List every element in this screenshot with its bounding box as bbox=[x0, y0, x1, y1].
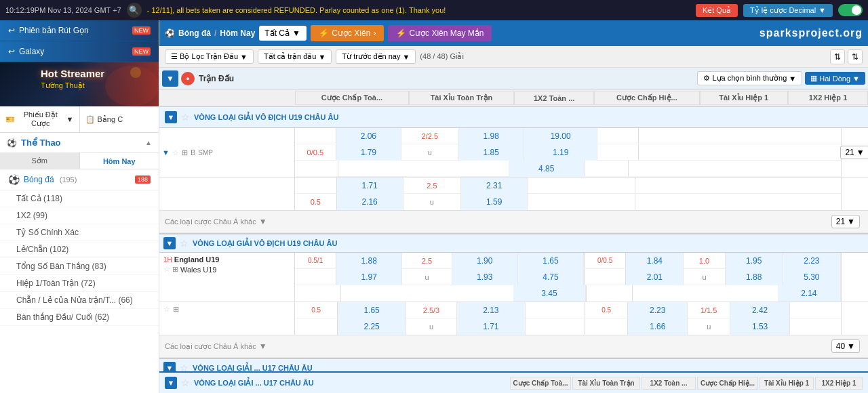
hot-streamer-banner[interactable]: Hot Streamer Tường Thuật bbox=[0, 62, 159, 106]
row-num-40[interactable]: 40 ▼ bbox=[831, 339, 860, 353]
odds-2-16[interactable]: 2.16 bbox=[337, 194, 403, 210]
odds-2-23b[interactable]: 2.23 bbox=[628, 302, 688, 318]
cac-loai-row-2[interactable]: Các loại cược Châu Á khác ▼ 40 ▼ bbox=[159, 335, 868, 358]
star-match2-icon[interactable]: ☆ bbox=[163, 265, 170, 274]
expand-all-button[interactable]: ▼ bbox=[162, 70, 178, 87]
odds-4-75[interactable]: 4.75 bbox=[518, 269, 584, 285]
odds-handicap-225[interactable]: 2/2.5 bbox=[401, 128, 459, 144]
v-214[interactable]: 2.14 bbox=[797, 287, 821, 299]
competition-row-3[interactable]: ▼ ☆ VÒNG LOẠI GIẢI ... U17 CHÂU ÂU bbox=[159, 358, 868, 371]
homnay-tab[interactable]: Hôm Nay bbox=[80, 153, 159, 169]
toggle-switch[interactable] bbox=[838, 4, 863, 16]
star-match-icon[interactable]: ☆ bbox=[172, 148, 179, 157]
stats2-icon[interactable]: ⊞ bbox=[172, 265, 178, 274]
v-166[interactable]: 1.66 bbox=[646, 320, 669, 333]
tu-truoc-den-nay-button[interactable]: Từ trước đến nay ▼ bbox=[336, 49, 416, 64]
competition-expand-3[interactable]: ▼ bbox=[163, 362, 176, 371]
odds-val-1900[interactable]: 19.00 bbox=[547, 130, 575, 142]
v-190[interactable]: 1.90 bbox=[473, 255, 496, 267]
hai-dong-button[interactable]: ▦ Hai Dòng ▼ bbox=[805, 72, 865, 85]
odds-1-95[interactable]: 1.95 bbox=[726, 253, 783, 269]
odds-1-65b[interactable]: 1.65 bbox=[338, 302, 406, 318]
odds-5-30[interactable]: 5.30 bbox=[783, 269, 841, 285]
odds-2-31[interactable]: 2.31 bbox=[461, 178, 528, 194]
tysochinh-subitem[interactable]: Tỷ Số Chính Xác bbox=[0, 224, 159, 241]
odds-1-65[interactable]: 1.65 bbox=[518, 253, 584, 269]
star-icon-1[interactable]: ☆ bbox=[181, 112, 190, 123]
lechan-subitem[interactable]: Lẻ/Chẵn (102) bbox=[0, 241, 159, 258]
star-bottom-icon[interactable]: ☆ bbox=[181, 377, 190, 388]
competition-expand-1[interactable]: ▼ bbox=[165, 111, 177, 123]
odds-1-88[interactable]: 1.88 bbox=[336, 253, 402, 269]
odds-val-171[interactable]: 1.71 bbox=[357, 180, 381, 192]
row-num-21[interactable]: 21 ▼ bbox=[831, 215, 860, 228]
v-242[interactable]: 2.42 bbox=[748, 304, 772, 316]
odds-1-88b[interactable]: 1.88 bbox=[726, 269, 783, 285]
lua-chon-button[interactable]: ⚙ Lựa chọn bình thường ▼ bbox=[697, 71, 802, 85]
v-188[interactable]: 1.88 bbox=[357, 255, 381, 267]
odds-1-85[interactable]: 1.85 bbox=[459, 144, 524, 161]
tatca-subitem[interactable]: Tất Cả (118) bbox=[0, 190, 159, 207]
odds-val-159[interactable]: 1.59 bbox=[482, 196, 506, 208]
cuoc-xien-mayman-button[interactable]: ⚡ Cược Xiên May Mắn bbox=[388, 25, 492, 41]
odds-1-79[interactable]: 1.79 bbox=[336, 144, 401, 161]
v-225[interactable]: 2.25 bbox=[359, 320, 383, 333]
odds-19-00[interactable]: 19.00 bbox=[524, 128, 597, 144]
row-num-21-box[interactable]: 21 ▼ bbox=[829, 213, 863, 230]
tongso-subitem[interactable]: Tổng Số Bàn Thắng (83) bbox=[0, 258, 159, 275]
competition-row-1[interactable]: ▼ ☆ VÒNG LOẠI GIẢI VÔ ĐỊCH U19 CHÂU ÂU bbox=[159, 107, 868, 128]
odds-1-84[interactable]: 1.84 bbox=[626, 253, 684, 269]
row-num-box-1[interactable]: 21 ▼ bbox=[840, 146, 868, 159]
som-tab[interactable]: Sớm bbox=[0, 153, 80, 169]
v-193[interactable]: 1.93 bbox=[473, 271, 496, 283]
tyle-button[interactable]: Tỷ lệ cược Decimal ▼ bbox=[743, 4, 833, 17]
v-475[interactable]: 4.75 bbox=[538, 271, 562, 283]
odds-1-66[interactable]: 1.66 bbox=[628, 318, 688, 335]
chanle-subitem[interactable]: Chẵn / Lẻ của Nửa trận/T... (66) bbox=[0, 292, 159, 309]
v-184[interactable]: 1.84 bbox=[643, 255, 667, 267]
phieu-dat-cuoc-button[interactable]: 🎫 Phiếu Đặt Cược ▼ bbox=[0, 106, 80, 132]
odds-3-45[interactable]: 3.45 bbox=[513, 285, 586, 302]
odds-1-59[interactable]: 1.59 bbox=[461, 194, 528, 210]
bongda-item[interactable]: ⚽ Bóng đá (195) 188 bbox=[0, 169, 159, 190]
odds-val-216[interactable]: 2.16 bbox=[357, 196, 381, 208]
odds-1-71[interactable]: 1.71 bbox=[337, 178, 403, 194]
tat-ca-tran-dau-button[interactable]: Tất cả trận đấu ▼ bbox=[258, 49, 332, 64]
bet-icon[interactable]: B bbox=[191, 148, 195, 157]
odds-2-06[interactable]: 2.06 bbox=[336, 128, 401, 144]
odds-4-85[interactable]: 4.85 bbox=[509, 161, 585, 177]
odds-2-23[interactable]: 2.23 bbox=[783, 253, 841, 269]
odds-1-93[interactable]: 1.93 bbox=[452, 269, 518, 285]
stats-icon[interactable]: ⊞ bbox=[182, 148, 188, 157]
grid3-icon[interactable]: ⊞ bbox=[173, 305, 179, 314]
odds-2-01[interactable]: 2.01 bbox=[626, 269, 684, 285]
v-197[interactable]: 1.97 bbox=[357, 271, 381, 283]
odds-val-198[interactable]: 1.98 bbox=[479, 130, 503, 142]
odds-1-98[interactable]: 1.98 bbox=[459, 128, 524, 144]
expand-match-icon[interactable]: ▼ bbox=[162, 148, 170, 157]
competition-expand-2[interactable]: ▼ bbox=[163, 237, 176, 249]
odds-val-119[interactable]: 1.19 bbox=[549, 146, 572, 159]
the-thao-header[interactable]: ⚽ Thể Thao ▲ bbox=[0, 133, 159, 153]
v-223[interactable]: 2.23 bbox=[800, 255, 823, 267]
odds-val-231[interactable]: 2.31 bbox=[482, 180, 506, 192]
odds-2-42[interactable]: 2.42 bbox=[730, 302, 790, 318]
v-345[interactable]: 3.45 bbox=[537, 287, 561, 299]
odds-2-14[interactable]: 2.14 bbox=[778, 285, 841, 302]
v-223b[interactable]: 2.23 bbox=[646, 304, 669, 316]
v-201[interactable]: 2.01 bbox=[643, 271, 667, 283]
odds-1-71b[interactable]: 1.71 bbox=[457, 318, 525, 335]
odds-2-25[interactable]: 2.25 bbox=[338, 318, 406, 335]
hiep1-subitem[interactable]: Hiệp 1/Toàn Trận (72) bbox=[0, 275, 159, 292]
banthang-subitem[interactable]: Bàn thắng Đầu/ Cuối (62) bbox=[0, 309, 159, 326]
sort-icon2[interactable]: ⇅ bbox=[848, 49, 863, 64]
v-153[interactable]: 1.53 bbox=[748, 320, 772, 333]
galaxy-button[interactable]: ↩ Galaxy NEW bbox=[0, 41, 159, 62]
star-icon-2[interactable]: ☆ bbox=[180, 238, 189, 249]
cuoc-xien-button[interactable]: ⚡ Cược Xiên › bbox=[311, 25, 384, 41]
v-171b[interactable]: 1.71 bbox=[479, 320, 502, 333]
odds-1-90[interactable]: 1.90 bbox=[452, 253, 518, 269]
odds-1-19[interactable]: 1.19 bbox=[524, 144, 597, 161]
bang-c-button[interactable]: 📋 Bảng C bbox=[80, 106, 159, 132]
tatca-dropdown[interactable]: Tất Cả ▼ bbox=[259, 26, 307, 41]
